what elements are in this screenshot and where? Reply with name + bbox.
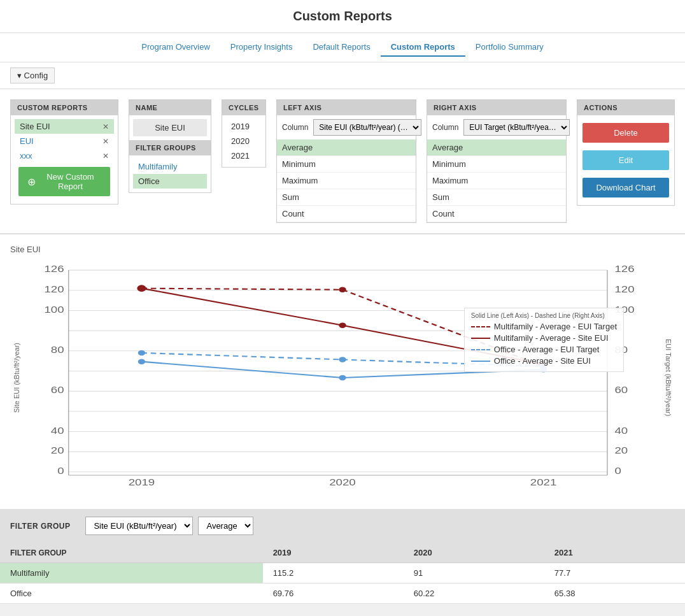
download-chart-button[interactable]: Download Chart bbox=[583, 178, 669, 197]
left-axis-column-label: Column bbox=[282, 123, 308, 132]
tab-default-reports[interactable]: Default Reports bbox=[302, 38, 380, 57]
svg-text:40: 40 bbox=[51, 426, 64, 435]
legend-line-solid-dark bbox=[471, 338, 490, 339]
table-column-select[interactable]: Site EUI (kBtu/ft²/year) bbox=[85, 517, 193, 535]
svg-text:40: 40 bbox=[614, 426, 628, 435]
col-header-filter-group: FILTER GROUP bbox=[0, 543, 263, 563]
legend-line-solid-blue bbox=[471, 361, 490, 362]
chart-section: Site EUI Site EUI (kBtu/ft²/year) 126 12… bbox=[0, 234, 685, 509]
svg-text:2020: 2020 bbox=[329, 477, 355, 487]
custom-reports-header: CUSTOM REPORTS bbox=[11, 100, 118, 115]
tab-portfolio-summary[interactable]: Portfolio Summary bbox=[465, 38, 554, 57]
table-stat-select[interactable]: Average bbox=[198, 517, 253, 535]
edit-button[interactable]: Edit bbox=[583, 150, 669, 170]
name-panel: NAME Site EUI FILTER GROUPS Multifamily … bbox=[129, 99, 211, 193]
filter-office[interactable]: Office bbox=[133, 174, 207, 189]
actions-body: Delete Edit Download Chart bbox=[577, 115, 674, 205]
tab-program-overview[interactable]: Program Overview bbox=[131, 38, 220, 57]
plus-icon: ⊕ bbox=[27, 176, 36, 188]
left-axis-header: LEFT AXIS bbox=[277, 100, 416, 115]
right-axis-column-label: Column bbox=[432, 123, 458, 132]
svg-text:120: 120 bbox=[614, 284, 634, 294]
svg-point-42 bbox=[138, 359, 145, 364]
legend-title: Solid Line (Left Axis) - Dashed Line (Ri… bbox=[471, 312, 617, 319]
svg-text:20: 20 bbox=[614, 446, 628, 455]
chart-y-label-left: Site EUI (kBtu/ft²/year) bbox=[10, 257, 23, 499]
custom-reports-panel: CUSTOM REPORTS Site EUI ✕ EUI ✕ xxx ✕ ⊕ … bbox=[10, 99, 118, 204]
svg-point-39 bbox=[138, 350, 145, 355]
right-axis-header: RIGHT AXIS bbox=[427, 100, 566, 115]
actions-panel: ACTIONS Delete Edit Download Chart bbox=[577, 99, 675, 206]
cycles-header: CYCLES bbox=[222, 100, 265, 115]
chart-svg: 126 120 100 80 60 40 20 0 126 120 100 80… bbox=[23, 257, 662, 499]
svg-text:2019: 2019 bbox=[129, 477, 155, 487]
right-axis-panel: RIGHT AXIS Column EUI Target (kBtu/ft²/y… bbox=[427, 99, 567, 223]
left-axis-panel: LEFT AXIS Column Site EUI (kBtu/ft²/year… bbox=[276, 99, 416, 223]
tab-custom-reports[interactable]: Custom Reports bbox=[381, 38, 465, 57]
col-header-2019: 2019 bbox=[263, 543, 404, 563]
filter-groups-header: FILTER GROUPS bbox=[129, 140, 211, 155]
right-axis-column-row: Column EUI Target (kBtu/ft²/yea… bbox=[427, 115, 566, 140]
tab-property-insights[interactable]: Property Insights bbox=[220, 38, 303, 57]
svg-text:126: 126 bbox=[44, 264, 64, 274]
col-header-2020: 2020 bbox=[404, 543, 544, 563]
report-item-xxx[interactable]: xxx ✕ bbox=[15, 148, 114, 163]
right-axis-stat-maximum: Maximum bbox=[427, 173, 566, 189]
nav-tabs: Program Overview Property Insights Defau… bbox=[0, 33, 685, 62]
page-header: Custom Reports bbox=[0, 0, 685, 33]
report-item-site-eui[interactable]: Site EUI ✕ bbox=[15, 119, 114, 134]
svg-text:126: 126 bbox=[614, 264, 634, 274]
remove-eui[interactable]: ✕ bbox=[102, 137, 109, 146]
config-toggle[interactable]: ▾ Config bbox=[10, 68, 55, 83]
chart-legend: Solid Line (Left Axis) - Dashed Line (Ri… bbox=[464, 308, 624, 372]
main-config: CUSTOM REPORTS Site EUI ✕ EUI ✕ xxx ✕ ⊕ … bbox=[0, 89, 685, 234]
svg-text:120: 120 bbox=[44, 284, 64, 294]
chart-inner: 126 120 100 80 60 40 20 0 126 120 100 80… bbox=[23, 257, 662, 499]
left-axis-stat-maximum: Maximum bbox=[277, 173, 416, 189]
col-header-2021: 2021 bbox=[544, 543, 685, 563]
legend-line-dashed-dark bbox=[471, 326, 490, 327]
new-custom-report-button[interactable]: ⊕ New Custom Report bbox=[18, 167, 110, 196]
svg-text:100: 100 bbox=[44, 304, 64, 314]
chart-container: Site EUI (kBtu/ft²/year) 126 120 100 8 bbox=[10, 257, 675, 499]
row-label-office: Office bbox=[0, 584, 263, 604]
filter-group-label: FILTER GROUP bbox=[10, 522, 70, 531]
row-2020-multifamily: 91 bbox=[404, 563, 544, 584]
page-title: Custom Reports bbox=[9, 9, 676, 24]
remove-site-eui[interactable]: ✕ bbox=[102, 122, 109, 131]
left-axis-stat-average: Average bbox=[277, 140, 416, 156]
right-axis-column-select[interactable]: EUI Target (kBtu/ft²/yea… bbox=[463, 119, 570, 136]
table-section: FILTER GROUP Site EUI (kBtu/ft²/year) Av… bbox=[0, 509, 685, 604]
name-value: Site EUI bbox=[133, 119, 207, 136]
report-item-eui[interactable]: EUI ✕ bbox=[15, 134, 114, 148]
svg-text:20: 20 bbox=[51, 446, 64, 455]
actions-header: ACTIONS bbox=[577, 100, 674, 115]
row-2019-multifamily: 115.2 bbox=[263, 563, 404, 584]
filter-groups-body: Multifamily Office bbox=[129, 155, 211, 192]
row-2021-office: 65.38 bbox=[544, 584, 685, 604]
row-2021-multifamily: 77.7 bbox=[544, 563, 685, 584]
table-row-office: Office 69.76 60.22 65.38 bbox=[0, 584, 685, 604]
svg-text:60: 60 bbox=[51, 385, 64, 395]
right-axis-stat-sum: Sum bbox=[427, 189, 566, 206]
row-label-multifamily: Multifamily bbox=[0, 563, 263, 584]
cycle-2019: 2019 bbox=[226, 119, 262, 134]
legend-office-eui-target: Office - Average - EUI Target bbox=[471, 345, 617, 354]
name-header: NAME bbox=[129, 100, 211, 115]
svg-point-34 bbox=[339, 287, 346, 292]
table-filter-bar: FILTER GROUP Site EUI (kBtu/ft²/year) Av… bbox=[0, 509, 685, 543]
right-axis-stat-count: Count bbox=[427, 206, 566, 222]
name-cycles-filter-group: NAME Site EUI FILTER GROUPS Multifamily … bbox=[129, 99, 211, 193]
filter-multifamily[interactable]: Multifamily bbox=[133, 159, 207, 174]
remove-xxx[interactable]: ✕ bbox=[102, 152, 109, 161]
svg-point-43 bbox=[339, 375, 346, 380]
config-bar: ▾ Config bbox=[0, 62, 685, 89]
svg-text:60: 60 bbox=[614, 385, 628, 395]
cycles-panel: CYCLES 2019 2020 2021 bbox=[222, 99, 266, 168]
svg-text:80: 80 bbox=[51, 345, 64, 354]
table-header-row: FILTER GROUP 2019 2020 2021 bbox=[0, 543, 685, 563]
left-axis-column-select[interactable]: Site EUI (kBtu/ft²/year) (… bbox=[313, 119, 421, 136]
delete-button[interactable]: Delete bbox=[583, 123, 669, 143]
right-axis-stat-minimum: Minimum bbox=[427, 156, 566, 173]
legend-multifamily-eui-target: Multifamily - Average - EUI Target bbox=[471, 322, 617, 331]
